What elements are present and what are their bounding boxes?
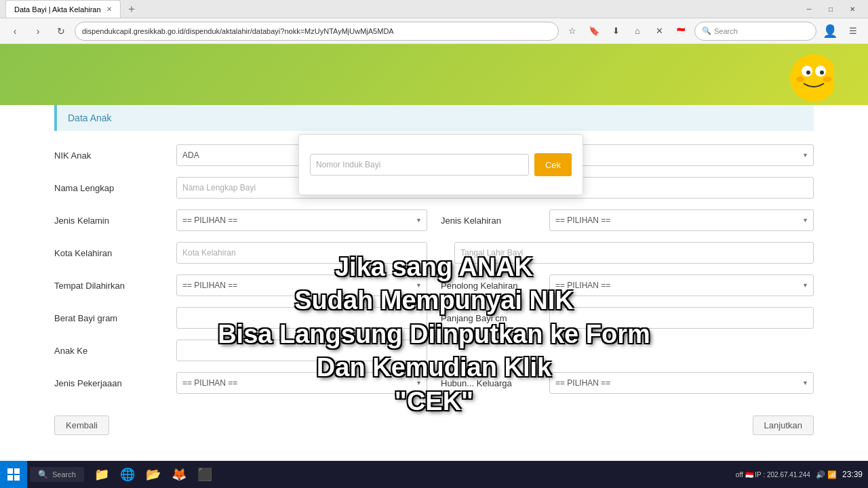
- form-footer: Kembali Lanjutkan: [54, 405, 814, 446]
- profile-icon[interactable]: 👤: [821, 22, 840, 41]
- penolong-select[interactable]: == PILIHAN ==: [549, 274, 814, 296]
- home-icon[interactable]: ⌂: [628, 22, 647, 41]
- url-text: dispendukcapil.gresikkab.go.id/dispenduk…: [82, 27, 394, 35]
- address-bar: ‹ › ↻ dispendukcapil.gresikkab.go.id/dis…: [0, 18, 868, 44]
- svg-point-5: [796, 77, 804, 82]
- kota-kelahiran-input[interactable]: [176, 242, 427, 264]
- new-tab-button[interactable]: ＋: [123, 1, 140, 17]
- taskbar-search[interactable]: 🔍 Search: [30, 467, 84, 482]
- window-controls: ─ □ ✕: [799, 2, 863, 16]
- kota-row: Kota Kelahiran: [54, 242, 814, 264]
- cek-button[interactable]: Cek: [534, 153, 572, 176]
- jenis-kelamin-label: Jenis Kelamin: [54, 216, 176, 226]
- close-button[interactable]: ✕: [842, 2, 863, 16]
- lanjutkan-button[interactable]: Lanjutkan: [753, 415, 814, 435]
- panjang-input[interactable]: [549, 307, 814, 329]
- tempat-row: Tempat Dilahirkan == PILIHAN == Penolong…: [54, 274, 814, 296]
- pekerjaan-select[interactable]: == PILIHAN ==: [176, 372, 427, 394]
- jenis-kelahiran-wrap: == PILIHAN ==: [549, 209, 814, 231]
- svg-point-3: [806, 70, 810, 75]
- taskbar-icons: 📁 🌐 📂 🦊 ⬛: [90, 462, 217, 487]
- titlebar: Data Bayi | Akta Kelahiran ✕ ＋ ─ □ ✕: [0, 0, 868, 18]
- bookmark-icon[interactable]: 🔖: [585, 22, 604, 41]
- taskbar: 🔍 Search 📁 🌐 📂 🦊 ⬛ off 🇮🇩 IP : 202.67.41…: [0, 461, 868, 488]
- nama-label: Nama Lengkap: [54, 183, 176, 193]
- plugin-icon[interactable]: ✕: [650, 22, 669, 41]
- kembali-button[interactable]: Kembali: [54, 415, 109, 435]
- nik-popup: Cek: [298, 134, 583, 195]
- berat-row: Berat Bayi gram Panjang Bayi cm: [54, 307, 814, 329]
- panjang-label: Panjang Bayi cm: [441, 313, 549, 323]
- star-icon[interactable]: ☆: [563, 22, 582, 41]
- svg-point-6: [823, 77, 831, 82]
- jenis-kelamin-select[interactable]: == PILIHAN ==: [176, 209, 427, 231]
- anak-ke-row: Anak Ke: [54, 340, 814, 361]
- banner: [0, 44, 868, 105]
- tab-title: Data Bayi | Akta Kelahiran: [14, 5, 101, 14]
- pekerjaan-label: Jenis Pekerjaaan: [54, 378, 176, 388]
- hubungan-label: Hubun... Keluarga: [441, 378, 549, 388]
- tab-close-icon[interactable]: ✕: [106, 5, 112, 13]
- refresh-button[interactable]: ↻: [52, 22, 71, 41]
- taskbar-app1-icon[interactable]: 📂: [141, 462, 165, 487]
- tempat-label: Tempat Dilahirkan: [54, 281, 176, 291]
- section-title: Data Anak: [68, 113, 112, 123]
- download-icon[interactable]: ⬇: [606, 22, 625, 41]
- berat-input[interactable]: [176, 307, 427, 329]
- browser-search-bar[interactable]: 🔍 Search: [694, 22, 816, 41]
- taskbar-file-icon[interactable]: 📁: [90, 462, 114, 487]
- back-button[interactable]: ‹: [5, 22, 24, 41]
- penolong-label: Penolong Kelahiran: [441, 281, 549, 291]
- taskbar-browser-icon[interactable]: 🌐: [115, 462, 140, 487]
- tempat-wrap: == PILIHAN ==: [176, 274, 427, 296]
- section-header: Data Anak: [54, 105, 814, 131]
- jenis-kelamin-row: Jenis Kelamin == PILIHAN == Jenis Kelahi…: [54, 209, 814, 231]
- anak-ke-input[interactable]: [176, 340, 427, 361]
- page-content: Data Anak NIK Anak ADA Nama Le: [0, 44, 868, 461]
- flag-icon[interactable]: 🇮🇩: [671, 22, 690, 41]
- toolbar-icons: ☆ 🔖 ⬇ ⌂ ✕ 🇮🇩: [563, 22, 690, 41]
- url-input[interactable]: dispendukcapil.gresikkab.go.id/dispenduk…: [75, 22, 559, 41]
- tanggal-lahir-wrap: [454, 242, 814, 264]
- jenis-kelahiran-label: Jenis Kelahiran: [441, 216, 549, 226]
- pekerjaan-row: Jenis Pekerjaaan == PILIHAN == Hubun... …: [54, 372, 814, 394]
- hubungan-select[interactable]: == PILIHAN ==: [549, 372, 814, 394]
- pekerjaan-wrap: == PILIHAN ==: [176, 372, 427, 394]
- start-button[interactable]: [0, 461, 27, 488]
- taskbar-app3-icon[interactable]: ⬛: [193, 462, 217, 487]
- jenis-kelamin-wrap: == PILIHAN ==: [176, 209, 427, 231]
- anak-ke-label: Anak Ke: [54, 346, 176, 356]
- svg-point-4: [820, 70, 824, 75]
- taskbar-right: off 🇮🇩 IP : 202.67.41.244 🔊 📶 23:39: [736, 470, 868, 479]
- forward-button[interactable]: ›: [28, 22, 47, 41]
- panjang-wrap: [549, 307, 814, 329]
- penolong-wrap: == PILIHAN ==: [549, 274, 814, 296]
- menu-icon[interactable]: ☰: [844, 22, 863, 41]
- maximize-button[interactable]: □: [821, 2, 841, 16]
- taskbar-time: 23:39: [842, 470, 863, 479]
- taskbar-app2-icon[interactable]: 🦊: [167, 462, 191, 487]
- berat-wrap: [176, 307, 427, 329]
- tanggal-lahir-input[interactable]: [454, 242, 814, 264]
- kota-kelahiran-wrap: [176, 242, 427, 264]
- berat-label: Berat Bayi gram: [54, 313, 176, 323]
- taskbar-ip: off 🇮🇩 IP : 202.67.41.244: [736, 471, 810, 479]
- taskbar-icons-sys: 🔊 📶: [816, 470, 837, 479]
- hubungan-wrap: == PILIHAN ==: [549, 372, 814, 394]
- jenis-kelahiran-select[interactable]: == PILIHAN ==: [549, 209, 814, 231]
- kota-kelahiran-label: Kota Kelahiran: [54, 248, 176, 258]
- tempat-select[interactable]: == PILIHAN ==: [176, 274, 427, 296]
- nik-popup-input[interactable]: [310, 154, 529, 176]
- anak-ke-wrap: [176, 340, 427, 361]
- minimize-button[interactable]: ─: [799, 2, 819, 16]
- banner-mascot: [766, 44, 827, 105]
- search-label: Search: [714, 27, 738, 35]
- browser-tab[interactable]: Data Bayi | Akta Kelahiran ✕: [5, 0, 121, 18]
- nik-label: NIK Anak: [54, 150, 176, 161]
- taskbar-search-text: Search: [52, 470, 76, 479]
